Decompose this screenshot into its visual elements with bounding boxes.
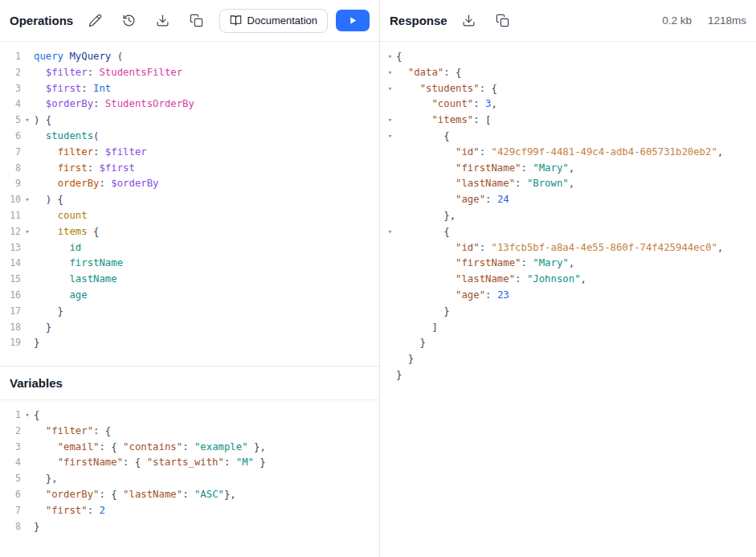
code-line: 5 }, [0,471,379,487]
fold-toggle-icon[interactable]: ▾ [384,81,396,97]
fold-gutter [384,335,396,351]
code-text: items { [34,224,99,240]
fold-gutter [21,503,34,519]
operations-title: Operations [10,14,73,27]
code-text: firstName [34,256,123,272]
response-viewer[interactable]: ▾{▾ "data": {▾ "students": { "count": 3,… [380,42,756,557]
code-text: ) { [34,113,51,129]
code-line: } [380,367,756,383]
code-text: "lastName": "Brown", [396,176,574,192]
line-number: 8 [0,161,21,177]
line-number: 9 [0,176,21,192]
variables-editor[interactable]: 1▾{2 "filter": {3 "email": { "contains":… [0,400,379,557]
code-line: "firstName": "Mary", [380,161,756,177]
code-line: ] [380,320,756,336]
line-number: 15 [0,272,21,288]
line-number: 6 [0,129,21,145]
operations-toolbar [84,10,206,31]
code-text: query MyQuery ( [34,49,123,65]
line-number: 3 [0,81,21,97]
fold-gutter [21,335,34,351]
fold-toggle-icon[interactable]: ▾ [384,49,396,65]
download-icon [462,14,476,27]
fold-toggle-icon[interactable]: ▾ [384,224,396,240]
code-line: 8 first: $first [0,161,379,177]
line-number: 5 [0,471,21,487]
code-line: 3 "email": { "contains": "example" }, [0,440,379,456]
code-text: orderBy: $orderBy [34,176,159,192]
variables-header: Variables [0,367,379,400]
code-line: "id": "429cf99f-4481-49c4-adb4-605731b20… [380,145,756,161]
copy-icon [496,14,509,27]
code-text: first: $first [34,161,135,177]
fold-gutter [384,145,396,161]
fold-gutter [384,351,396,367]
code-text: id [34,240,81,256]
code-line: 4 $orderBy: StudentsOrderBy [0,96,379,113]
code-line: ▾{ [380,49,756,65]
fold-gutter [21,81,34,97]
code-text: "firstName": "Mary", [396,256,574,272]
code-text: "firstName": { "starts_with": "M" } [34,455,266,471]
fold-gutter [21,288,34,304]
history-button[interactable] [118,10,139,31]
fold-gutter [384,304,396,320]
prettify-button[interactable] [84,10,105,31]
fold-gutter [384,96,396,113]
line-number: 7 [0,145,21,161]
code-line: "age": 23 [380,288,756,304]
line-number: 3 [0,440,21,456]
code-text: $first: Int [34,81,111,97]
code-text: students( [34,129,99,145]
fold-gutter [21,519,34,535]
code-text: $orderBy: StudentsOrderBy [34,96,194,113]
line-number: 1 [0,408,21,424]
fold-toggle-icon[interactable]: ▾ [384,65,396,81]
code-text: "firstName": "Mary", [396,161,574,177]
line-number: 12 [0,224,21,240]
response-panel: Response 0.2 kb 1218ms ▾{▾ "data": {▾ [380,0,756,557]
download-icon [156,14,170,27]
fold-gutter [384,367,396,383]
code-line: ▾ "students": { [380,81,756,97]
fold-gutter [21,256,34,272]
code-line: 7 "first": 2 [0,503,379,519]
copy-operations-button[interactable] [186,10,206,31]
fold-toggle-icon[interactable]: ▾ [384,129,396,145]
execute-button[interactable] [336,10,370,31]
line-number: 8 [0,519,21,535]
line-number: 18 [0,320,21,336]
copy-response-button[interactable] [492,10,513,31]
variables-panel: Variables 1▾{2 "filter": {3 "email": { "… [0,366,379,557]
code-text: }, [396,208,456,224]
code-line: 7 filter: $filter [0,145,379,161]
line-number: 2 [0,424,21,440]
code-text: age [34,288,88,304]
download-response-button[interactable] [459,10,480,31]
play-icon [349,16,358,25]
fold-toggle-icon[interactable]: ▾ [384,113,396,129]
fold-gutter [21,176,34,192]
code-line: 8} [0,519,379,535]
fold-toggle-icon[interactable]: ▾ [21,224,34,240]
response-header: Response 0.2 kb 1218ms [380,0,756,42]
documentation-button[interactable]: Documentation [219,9,328,33]
code-line: 3 $first: Int [0,81,379,97]
fold-gutter [21,49,34,65]
code-line: 13 id [0,240,379,256]
response-toolbar [459,10,513,31]
fold-toggle-icon[interactable]: ▾ [21,192,34,208]
code-text: } [396,335,426,351]
code-line: ▾ { [380,224,756,240]
code-line: 2 $filter: StudentsFilter [0,65,379,81]
left-column: Operations [0,0,380,557]
fold-toggle-icon[interactable]: ▾ [21,408,34,424]
code-text: count [34,208,88,224]
fold-toggle-icon[interactable]: ▾ [21,113,34,129]
operations-editor[interactable]: 1query MyQuery (2 $filter: StudentsFilte… [0,42,379,366]
code-text: } [396,351,414,367]
book-icon [230,14,242,27]
export-button[interactable] [152,10,173,31]
fold-gutter [384,208,396,224]
code-line: "id": "13fcb5bf-a8a4-4e55-860f-74f425944… [380,240,756,256]
